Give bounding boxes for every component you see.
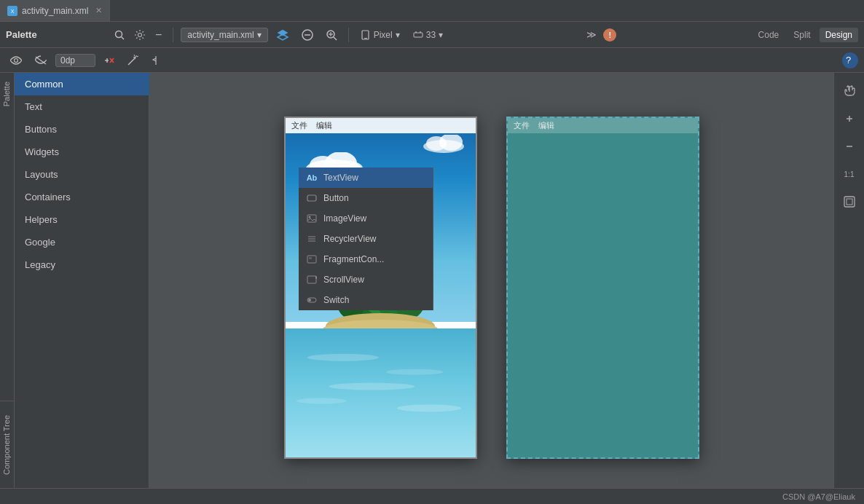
cat-layouts[interactable]: Layouts	[15, 163, 149, 186]
menu-item-file: 文件	[291, 120, 307, 131]
palette-item-fragmentcon[interactable]: FragmentCon...	[299, 249, 433, 269]
chevron-down-icon-pixel: ▾	[396, 30, 400, 40]
water	[286, 328, 476, 457]
preview-menu-bar: 文件 编辑	[508, 118, 698, 133]
svg-point-51	[396, 404, 461, 412]
fragmentcon-icon	[306, 253, 318, 265]
svg-rect-14	[414, 33, 423, 37]
fit-screen-btn[interactable]: 1:1	[837, 162, 862, 186]
svg-text:X: X	[11, 9, 15, 14]
zoom-btn[interactable]	[322, 27, 341, 43]
palette-title-label: Palette	[6, 29, 108, 40]
cat-google[interactable]: Google	[15, 231, 149, 253]
preview-device-frame: 文件 编辑	[506, 117, 699, 459]
cloud-2	[422, 135, 466, 153]
toolbar-sep-2	[348, 28, 349, 42]
component-tree-vertical-tab: Component Tree	[0, 401, 15, 488]
right-toolbar: 1:1	[833, 73, 864, 488]
svg-rect-30	[315, 276, 317, 279]
palette-item-button[interactable]: Button	[299, 188, 433, 208]
toolbar-right-group: ≫ !	[583, 27, 616, 42]
preview-menu-edit: 编辑	[538, 120, 554, 131]
component-tree-tab[interactable]: Component Tree	[0, 406, 14, 484]
eye-btn[interactable]	[6, 54, 26, 67]
main-area: Palette Common Text Buttons Widgets Layo…	[0, 73, 864, 488]
tab-close-btn[interactable]: ✕	[95, 6, 102, 15]
canvas-area: 文件 编辑	[149, 73, 833, 488]
main-toolbar: Palette − activity_main.xml ▾	[0, 22, 864, 48]
fragmentcon-label: FragmentCon...	[323, 254, 384, 264]
hand-tool-btn[interactable]	[837, 79, 862, 103]
svg-point-48	[385, 369, 443, 375]
palette-search-btn[interactable]	[111, 28, 128, 42]
frame-toggle-btn[interactable]	[837, 189, 862, 214]
magic-btn[interactable]	[123, 52, 142, 68]
scrollview-icon	[306, 274, 318, 286]
palette-item-scrollview[interactable]: ScrollView	[299, 269, 433, 290]
tab-filename: activity_main.xml	[22, 6, 88, 16]
more-actions-btn[interactable]: ≫	[583, 27, 600, 42]
palette-vertical-tab[interactable]: Palette	[0, 73, 14, 115]
palette-item-switch[interactable]: Switch	[299, 290, 433, 310]
view-mode-buttons: Code Split Design	[753, 28, 858, 42]
palette-items-panel: Ab TextView Button	[299, 168, 433, 310]
textview-label: TextView	[323, 173, 358, 183]
svg-point-2	[116, 31, 122, 37]
tab-bar: X activity_main.xml ✕	[0, 0, 864, 22]
design-layer-btn[interactable]	[272, 26, 293, 44]
imageview-icon	[306, 213, 318, 224]
svg-rect-22	[307, 215, 316, 222]
palette-category-list: Common Text Buttons Widgets Layouts Cont…	[15, 73, 149, 276]
status-bar: CSDN @A7@Eliauk	[0, 488, 864, 504]
textview-icon: Ab	[306, 172, 318, 184]
zoom-out-btn[interactable]	[837, 134, 862, 159]
preview-menu-file: 文件	[514, 120, 530, 131]
palette-minimize-btn[interactable]: −	[152, 26, 165, 44]
cat-widgets[interactable]: Widgets	[15, 141, 149, 163]
cat-buttons[interactable]: Buttons	[15, 118, 149, 141]
palette-panel: Common Text Buttons Widgets Layouts Cont…	[15, 73, 149, 488]
cat-legacy[interactable]: Legacy	[15, 253, 149, 276]
device-dropdown[interactable]: Pixel ▾	[356, 28, 404, 42]
error-btn[interactable]	[100, 52, 119, 68]
recyclerview-label: RecyclerView	[323, 234, 376, 244]
palette-item-textview[interactable]: Ab TextView	[299, 168, 433, 188]
button-label: Button	[323, 193, 349, 203]
svg-point-23	[309, 216, 311, 218]
svg-point-49	[329, 383, 415, 390]
file-dropdown-label: activity_main.xml	[187, 30, 254, 40]
pixel-label: Pixel	[374, 30, 393, 40]
split-view-btn[interactable]: Split	[788, 28, 816, 42]
cat-containers[interactable]: Containers	[15, 186, 149, 208]
cat-text[interactable]: Text	[15, 95, 149, 118]
cat-common[interactable]: Common	[15, 73, 149, 95]
chevron-down-icon: ▾	[257, 30, 262, 40]
svg-point-50	[296, 398, 346, 403]
svg-rect-55	[844, 197, 855, 207]
preview-screen: 文件 编辑	[506, 117, 699, 459]
design-view-btn[interactable]: Design	[820, 28, 858, 42]
sdk-label: 33	[426, 30, 436, 40]
no-eye-btn[interactable]	[31, 53, 51, 68]
palette-item-imageview[interactable]: ImageView	[299, 208, 433, 229]
align-btn[interactable]	[146, 52, 165, 68]
palette-settings-btn[interactable]	[131, 28, 149, 42]
file-tab[interactable]: X activity_main.xml ✕	[0, 0, 110, 21]
svg-rect-28	[309, 257, 312, 259]
sdk-dropdown[interactable]: 33 ▾	[409, 28, 447, 42]
file-dropdown[interactable]: activity_main.xml ▾	[181, 28, 267, 42]
cat-helpers[interactable]: Helpers	[15, 208, 149, 231]
svg-rect-21	[307, 195, 316, 201]
toggle-btn[interactable]	[297, 26, 318, 44]
tab-icon: X	[7, 6, 17, 16]
svg-point-47	[307, 354, 378, 361]
code-view-btn[interactable]: Code	[753, 28, 785, 42]
zoom-in-btn[interactable]	[837, 106, 862, 131]
palette-header-area: Palette −	[6, 26, 165, 44]
switch-label: Switch	[323, 295, 349, 305]
dp-input[interactable]: 0dp	[55, 54, 95, 67]
palette-item-recyclerview[interactable]: RecyclerView	[299, 229, 433, 249]
help-btn[interactable]: ?	[842, 52, 858, 68]
svg-rect-56	[847, 199, 852, 205]
chevron-down-icon-sdk: ▾	[439, 30, 443, 40]
